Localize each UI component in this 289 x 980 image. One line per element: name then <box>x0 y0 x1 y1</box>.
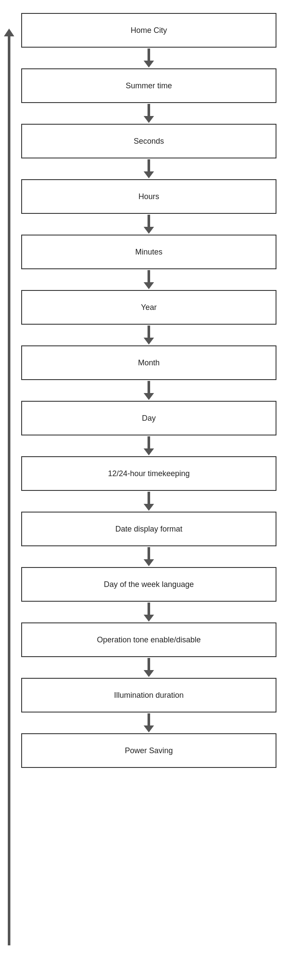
flow-box-operation-tone[interactable]: Operation tone enable/disable <box>21 622 276 657</box>
arrow-down-minutes <box>144 269 154 290</box>
arrow-down-timekeeping <box>144 491 154 512</box>
flow-box-label-seconds: Seconds <box>134 137 164 146</box>
flow-box-label-hours: Hours <box>138 192 159 201</box>
arrow-head <box>144 116 154 123</box>
flow-box-day-of-week-language[interactable]: Day of the week language <box>21 567 276 602</box>
arrow-down-day <box>144 435 154 456</box>
arrow-head <box>144 725 154 732</box>
flow-box-label-date-display-format: Date display format <box>115 525 182 534</box>
arrow-stem <box>148 159 150 171</box>
arrow-stem <box>148 215 150 227</box>
arrow-head <box>144 559 154 566</box>
flow-box-label-home-city: Home City <box>131 26 167 35</box>
arrow-down-operation-tone <box>144 657 154 678</box>
arrow-down-day-of-week-language <box>144 602 154 622</box>
arrow-up-icon <box>4 29 14 36</box>
arrow-head <box>144 171 154 178</box>
flow-box-label-minutes: Minutes <box>135 248 162 257</box>
arrow-head <box>144 61 154 68</box>
flow-box-minutes[interactable]: Minutes <box>21 235 276 269</box>
flow-container: Home CitySummer timeSecondsHoursMinutesY… <box>0 9 289 971</box>
arrow-stem <box>148 326 150 338</box>
arrow-head <box>144 615 154 622</box>
arrow-head <box>144 227 154 234</box>
flow-box-year[interactable]: Year <box>21 290 276 325</box>
flow-box-label-summer-time: Summer time <box>125 81 172 90</box>
arrow-stem <box>148 658 150 670</box>
arrow-stem <box>148 713 150 725</box>
flow-box-label-operation-tone: Operation tone enable/disable <box>97 635 201 645</box>
arrow-down-home-city <box>144 48 154 68</box>
arrow-down-seconds <box>144 158 154 179</box>
arrow-stem <box>148 603 150 615</box>
arrow-down-month <box>144 380 154 401</box>
flow-box-label-illumination-duration: Illumination duration <box>114 691 183 700</box>
arrow-stem <box>148 104 150 116</box>
flow-box-timekeeping[interactable]: 12/24-hour timekeeping <box>21 456 276 491</box>
flow-box-power-saving[interactable]: Power Saving <box>21 733 276 768</box>
flow-box-label-month: Month <box>138 358 160 368</box>
arrow-stem <box>148 48 150 61</box>
flow-box-illumination-duration[interactable]: Illumination duration <box>21 678 276 712</box>
flow-box-label-power-saving: Power Saving <box>125 746 173 755</box>
flow-box-hours[interactable]: Hours <box>21 179 276 214</box>
arrow-down-date-display-format <box>144 546 154 567</box>
arrow-down-illumination-duration <box>144 712 154 733</box>
flow-box-label-year: Year <box>141 303 157 312</box>
flow-box-month[interactable]: Month <box>21 345 276 380</box>
flow-box-home-city[interactable]: Home City <box>21 13 276 48</box>
flow-box-label-timekeeping: 12/24-hour timekeeping <box>108 469 189 478</box>
arrow-head <box>144 338 154 345</box>
arrow-stem <box>148 270 150 282</box>
arrow-stem <box>148 381 150 393</box>
flow-box-summer-time[interactable]: Summer time <box>21 68 276 103</box>
arrow-head <box>144 670 154 677</box>
arrow-head <box>144 504 154 511</box>
vertical-line <box>8 35 10 945</box>
arrow-down-year <box>144 325 154 345</box>
arrow-stem <box>148 436 150 448</box>
arrow-head <box>144 393 154 400</box>
flow-box-label-day: Day <box>142 414 156 423</box>
arrow-stem <box>148 492 150 504</box>
arrow-stem <box>148 547 150 559</box>
arrow-head <box>144 282 154 289</box>
arrow-head <box>144 448 154 455</box>
arrow-down-summer-time <box>144 103 154 124</box>
flow-box-day[interactable]: Day <box>21 401 276 435</box>
flow-box-date-display-format[interactable]: Date display format <box>21 512 276 546</box>
arrow-down-hours <box>144 214 154 235</box>
flow-box-label-day-of-week-language: Day of the week language <box>104 580 194 589</box>
flow-box-seconds[interactable]: Seconds <box>21 124 276 158</box>
